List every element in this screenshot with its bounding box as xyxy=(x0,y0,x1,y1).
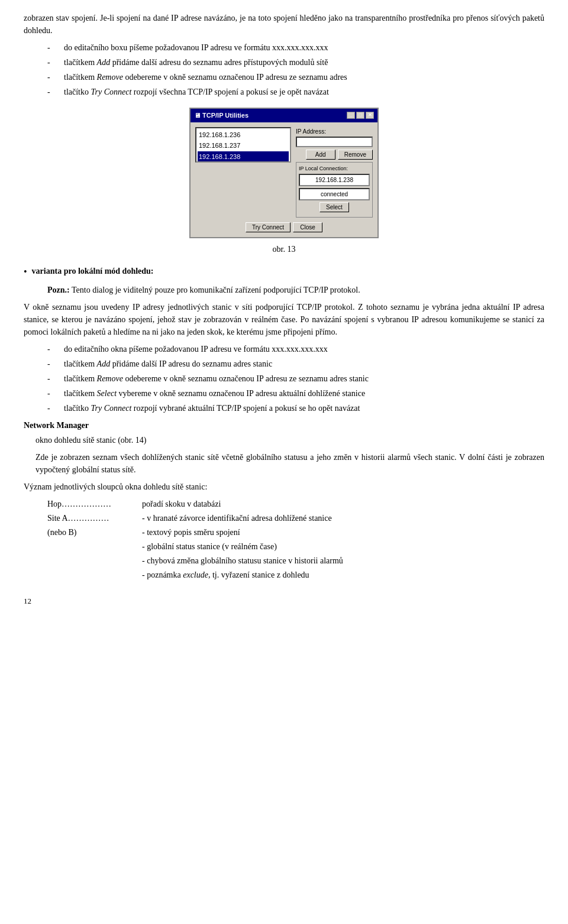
dialog-footer: Try Connect Close xyxy=(191,222,377,237)
dialog-right-panel: IP Address: Add Remove IP Local Connecti… xyxy=(296,127,373,218)
dialog-window: 🖥 TCP/IP Utilities _ □ ✕ 192.168.1.236 1… xyxy=(189,108,379,238)
col-nebo-b-desc: - textový popis směru spojení xyxy=(142,526,240,539)
col-hop-desc: pořadí skoku v databázi xyxy=(142,498,221,510)
col-status: - globální status stanice (v reálném čas… xyxy=(47,540,544,553)
dialog-title-text: TCP/IP Utilities xyxy=(202,112,248,119)
figure-caption: obr. 13 xyxy=(273,243,296,255)
list2-item-1: - do editačního okna píšeme požadovanou … xyxy=(24,343,544,355)
list2-item-5: - tlačítko Try Connect rozpojí vybrané a… xyxy=(24,402,544,414)
try-connect-button[interactable]: Try Connect xyxy=(246,222,291,232)
dialog-title-icon: 🖥 xyxy=(194,112,201,119)
list2-content-1: do editačního okna píšeme požadovanou IP… xyxy=(64,343,544,355)
col-status-name xyxy=(47,540,142,553)
ip-list-item-2[interactable]: 192.168.1.237 xyxy=(198,140,289,151)
dash2-2: - xyxy=(47,358,59,370)
ip-local-value: 192.168.1.238 xyxy=(299,174,370,186)
dialog-titlebar: 🖥 TCP/IP Utilities _ □ ✕ xyxy=(191,109,377,122)
list2-item-2: - tlačítkem Add přidáme další IP adresu … xyxy=(24,358,544,370)
para-okne: V okně seznamu jsou uvedeny IP adresy je… xyxy=(24,301,544,338)
dash2-1: - xyxy=(47,343,59,355)
network-manager-section: Network Manager okno dohledu sítě stanic… xyxy=(24,419,544,581)
list-item-3: - tlačítkem Remove odebereme v okně sezn… xyxy=(24,71,544,83)
dash-4: - xyxy=(47,86,59,98)
add-remove-row: Add Remove xyxy=(296,150,373,160)
close-button[interactable]: ✕ xyxy=(366,112,374,119)
col-exclude-name xyxy=(47,569,142,581)
pozn-text: Tento dialog je viditelný pouze pro komu… xyxy=(72,286,360,294)
dialog-close-button[interactable]: Close xyxy=(293,222,322,232)
select2-italic: Select xyxy=(97,389,117,398)
ip-list-item-1[interactable]: 192.168.1.236 xyxy=(198,129,289,141)
list2-item-4: - tlačítkem Select vybereme v okně sezna… xyxy=(24,387,544,400)
dash2-4: - xyxy=(47,387,59,400)
select-button[interactable]: Select xyxy=(320,202,349,212)
list-content-2: tlačítkem Add přidáme další adresu do se… xyxy=(64,56,544,69)
remove-button[interactable]: Remove xyxy=(338,150,373,160)
col-site-a-desc: - v hranaté závorce identifikační adresa… xyxy=(142,512,332,524)
dash2-3: - xyxy=(47,372,59,385)
ip-local-label: IP Local Connection: xyxy=(299,165,370,173)
minimize-button[interactable]: _ xyxy=(347,112,355,119)
list2-content-4: tlačítkem Select vybereme v okně seznamu… xyxy=(64,387,544,400)
add2-italic: Add xyxy=(97,359,111,368)
dialog-body: 192.168.1.236 192.168.1.237 192.168.1.23… xyxy=(191,122,377,223)
dash2-5: - xyxy=(47,402,59,414)
dash-3: - xyxy=(47,71,59,83)
varianta-section: • varianta pro lokální mód dohledu: xyxy=(24,265,544,279)
ip-address-input[interactable] xyxy=(296,137,373,147)
dash-2: - xyxy=(47,56,59,69)
ip-list-item-3[interactable]: 192.168.1.238 xyxy=(198,151,289,163)
tryconnect2-italic: Try Connect xyxy=(91,404,132,413)
col-chyba-desc: - chybová změna globálního statusu stani… xyxy=(142,555,343,567)
dash-1: - xyxy=(47,41,59,54)
network-manager-subheading: okno dohledu sítě stanic (obr. 14) xyxy=(36,434,544,446)
bullet-symbol: • xyxy=(24,265,27,279)
remove-italic: Remove xyxy=(97,73,123,82)
add-button[interactable]: Add xyxy=(306,150,335,160)
col-exclude-desc: - poznámka exclude, tj. vyřazení stanice… xyxy=(142,569,309,581)
col-nebo-b-name: (nebo B) xyxy=(47,526,142,539)
ip-status: connected xyxy=(299,188,370,200)
dialog-title: 🖥 TCP/IP Utilities xyxy=(194,111,248,121)
list-item-2: - tlačítkem Add přidáme další adresu do … xyxy=(24,56,544,69)
col-nebo-b: (nebo B) - textový popis směru spojení xyxy=(47,526,544,539)
ip-local-section: IP Local Connection: 192.168.1.238 conne… xyxy=(296,162,373,218)
list2-content-2: tlačítkem Add přidáme další IP adresu do… xyxy=(64,358,544,370)
col-hop: Hop……………… pořadí skoku v databázi xyxy=(47,498,544,510)
col-site-a: Site A…………… - v hranaté závorce identifi… xyxy=(47,512,544,524)
page-number: 12 xyxy=(24,595,544,607)
dialog-left-panel: 192.168.1.236 192.168.1.237 192.168.1.23… xyxy=(195,127,291,218)
varianta-label: varianta pro lokální mód dohledu: xyxy=(32,265,154,277)
col-exclude: - poznámka exclude, tj. vyřazení stanice… xyxy=(47,569,544,581)
pozn-block: Pozn.: Tento dialog je viditelný pouze p… xyxy=(47,284,544,296)
col-site-a-name: Site A…………… xyxy=(47,512,142,524)
list2-content-3: tlačítkem Remove odebereme v okně seznam… xyxy=(64,372,544,385)
list-content-1: do editačního boxu píšeme požadovanou IP… xyxy=(64,41,544,54)
titlebar-controls: _ □ ✕ xyxy=(347,112,374,119)
page: zobrazen stav spojení. Je-li spojení na … xyxy=(24,12,544,607)
ip-listbox[interactable]: 192.168.1.236 192.168.1.237 192.168.1.23… xyxy=(195,127,291,163)
figure-container: 🖥 TCP/IP Utilities _ □ ✕ 192.168.1.236 1… xyxy=(24,108,544,255)
col-chyba-name xyxy=(47,555,142,567)
list2-item-3: - tlačítkem Remove odebereme v okně sezn… xyxy=(24,372,544,385)
vyznam-heading: Význam jednotlivých sloupců okna dohledu… xyxy=(24,481,544,493)
remove2-italic: Remove xyxy=(97,374,123,383)
network-manager-indent: okno dohledu sítě stanic (obr. 14) Zde j… xyxy=(36,434,544,476)
para-top: zobrazen stav spojení. Je-li spojení na … xyxy=(24,12,544,37)
list-content-4: tlačítko Try Connect rozpojí všechna TCP… xyxy=(64,86,544,98)
list-content-3: tlačítkem Remove odebereme v okně seznam… xyxy=(64,71,544,83)
col-hop-name: Hop……………… xyxy=(47,498,142,510)
exclude-italic: exclude, xyxy=(183,570,210,579)
list2-content-5: tlačítko Try Connect rozpojí vybrané akt… xyxy=(64,402,544,414)
network-manager-heading: Network Manager xyxy=(24,419,544,432)
maximize-button[interactable]: □ xyxy=(356,112,364,119)
col-chyba: - chybová změna globálního statusu stani… xyxy=(47,555,544,567)
list-item-1: - do editačního boxu píšeme požadovanou … xyxy=(24,41,544,54)
tryconnect-italic: Try Connect xyxy=(91,87,132,96)
col-status-desc: - globální status stanice (v reálném čas… xyxy=(142,540,277,553)
list-item-4: - tlačítko Try Connect rozpojí všechna T… xyxy=(24,86,544,98)
ip-address-label: IP Address: xyxy=(296,127,373,136)
pozn-label: Pozn.: xyxy=(47,286,70,294)
network-manager-desc: Zde je zobrazen seznam všech dohlížených… xyxy=(36,451,544,476)
add-italic: Add xyxy=(97,58,111,67)
